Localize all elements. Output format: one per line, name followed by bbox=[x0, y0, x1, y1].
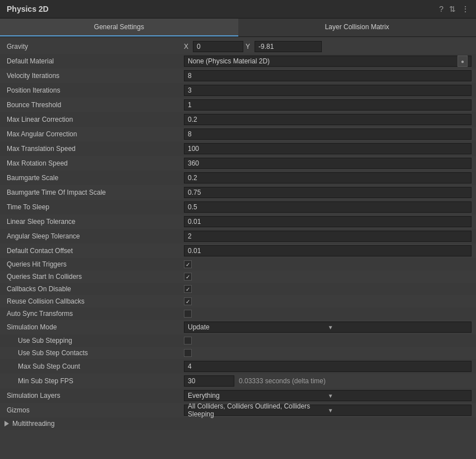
max-linear-correction-input[interactable] bbox=[184, 114, 472, 125]
gizmos-row: Gizmos All Colliders, Colliders Outlined… bbox=[0, 403, 476, 417]
baumgarte-toi-input[interactable] bbox=[184, 187, 472, 198]
auto-sync-transforms-label: Auto Sync Transforms bbox=[4, 310, 184, 318]
min-sub-step-fps-input[interactable] bbox=[184, 375, 234, 387]
velocity-iterations-row: Velocity Iterations bbox=[0, 68, 476, 83]
min-sub-step-fps-row: Min Sub Step FPS 0.03333 seconds (delta … bbox=[0, 374, 476, 388]
simulation-mode-value: Update bbox=[188, 323, 328, 331]
linear-sleep-tolerance-input[interactable] bbox=[184, 216, 472, 227]
max-rotation-speed-label: Max Rotation Speed bbox=[4, 159, 184, 167]
queries-start-in-colliders-checkbox[interactable] bbox=[184, 273, 192, 281]
default-contact-offset-row: Default Contact Offset bbox=[0, 244, 476, 258]
time-to-sleep-label: Time To Sleep bbox=[4, 203, 184, 211]
tab-layer-collision-matrix[interactable]: Layer Collision Matrix bbox=[238, 19, 477, 36]
time-to-sleep-row: Time To Sleep bbox=[0, 200, 476, 214]
max-translation-speed-input[interactable] bbox=[184, 143, 472, 154]
settings-icon[interactable]: ⇅ bbox=[449, 4, 456, 13]
more-icon[interactable]: ⋮ bbox=[461, 4, 469, 13]
linear-sleep-tolerance-label: Linear Sleep Tolerance bbox=[4, 218, 184, 226]
max-translation-speed-row: Max Translation Speed bbox=[0, 141, 476, 156]
gravity-x-input[interactable] bbox=[193, 41, 243, 52]
use-sub-stepping-row: Use Sub Stepping bbox=[0, 334, 476, 347]
default-material-row: Default Material None (Physics Material … bbox=[0, 54, 476, 68]
bounce-threshold-label: Bounce Threshold bbox=[4, 101, 184, 109]
max-linear-correction-label: Max Linear Correction bbox=[4, 116, 184, 123]
reuse-collision-callbacks-checkbox[interactable] bbox=[184, 297, 192, 305]
reuse-collision-callbacks-row: Reuse Collision Callbacks bbox=[0, 295, 476, 307]
fps-secondary-text: 0.03333 seconds (delta time) bbox=[239, 377, 326, 385]
queries-hit-triggers-row: Queries Hit Triggers bbox=[0, 258, 476, 270]
default-contact-offset-label: Default Contact Offset bbox=[4, 247, 184, 255]
default-contact-offset-input[interactable] bbox=[184, 245, 472, 256]
max-angular-correction-row: Max Angular Correction bbox=[0, 127, 476, 141]
callbacks-on-disable-label: Callbacks On Disable bbox=[4, 285, 184, 293]
max-sub-step-count-input[interactable] bbox=[184, 361, 472, 372]
queries-start-in-colliders-label: Queries Start In Colliders bbox=[4, 273, 184, 281]
settings-content: Gravity X Y Default Material None (Physi… bbox=[0, 37, 476, 432]
baumgarte-scale-row: Baumgarte Scale bbox=[0, 171, 476, 185]
callbacks-on-disable-checkbox[interactable] bbox=[184, 285, 192, 293]
position-iterations-row: Position Iterations bbox=[0, 83, 476, 98]
simulation-mode-dropdown[interactable]: Update ▼ bbox=[184, 322, 472, 333]
max-rotation-speed-input[interactable] bbox=[184, 158, 472, 169]
tab-general-settings[interactable]: General Settings bbox=[0, 19, 238, 36]
default-material-value: None (Physics Material 2D) bbox=[188, 57, 270, 65]
reuse-collision-callbacks-label: Reuse Collision Callbacks bbox=[4, 297, 184, 305]
gravity-y-input[interactable] bbox=[255, 41, 322, 52]
use-sub-step-contacts-label: Use Sub Step Contacts bbox=[4, 349, 184, 357]
baumgarte-scale-label: Baumgarte Scale bbox=[4, 174, 184, 182]
bounce-threshold-input[interactable] bbox=[184, 99, 472, 111]
max-translation-speed-label: Max Translation Speed bbox=[4, 145, 184, 153]
help-icon[interactable]: ? bbox=[439, 4, 443, 13]
multithreading-expand-icon[interactable] bbox=[4, 421, 9, 426]
linear-sleep-tolerance-row: Linear Sleep Tolerance bbox=[0, 214, 476, 229]
simulation-layers-value: Everything bbox=[188, 392, 328, 400]
max-angular-correction-label: Max Angular Correction bbox=[4, 130, 184, 138]
baumgarte-toi-label: Baumgarte Time Of Impact Scale bbox=[4, 189, 184, 196]
multithreading-label: Multithreading bbox=[12, 420, 54, 428]
callbacks-on-disable-row: Callbacks On Disable bbox=[0, 283, 476, 295]
max-rotation-speed-row: Max Rotation Speed bbox=[0, 156, 476, 171]
use-sub-step-contacts-row: Use Sub Step Contacts bbox=[0, 347, 476, 359]
gizmos-value: All Colliders, Colliders Outlined, Colli… bbox=[188, 402, 328, 418]
simulation-layers-label: Simulation Layers bbox=[4, 392, 184, 400]
title-bar: Physics 2D ? ⇅ ⋮ bbox=[0, 0, 476, 19]
auto-sync-transforms-checkbox[interactable] bbox=[184, 310, 192, 318]
angular-sleep-tolerance-label: Angular Sleep Tolerance bbox=[4, 232, 184, 240]
simulation-layers-dropdown[interactable]: Everything ▼ bbox=[184, 390, 472, 401]
gizmos-label: Gizmos bbox=[4, 406, 184, 414]
bounce-threshold-row: Bounce Threshold bbox=[0, 98, 476, 112]
gravity-row: Gravity X Y bbox=[0, 39, 476, 54]
simulation-mode-label: Simulation Mode bbox=[4, 323, 184, 331]
gravity-x-label: X bbox=[184, 43, 188, 51]
baumgarte-toi-row: Baumgarte Time Of Impact Scale bbox=[0, 185, 476, 200]
simulation-layers-row: Simulation Layers Everything ▼ bbox=[0, 388, 476, 403]
max-sub-step-count-label: Max Sub Step Count bbox=[4, 362, 184, 370]
min-sub-step-fps-label: Min Sub Step FPS bbox=[4, 377, 184, 385]
max-angular-correction-input[interactable] bbox=[184, 128, 472, 140]
queries-hit-triggers-label: Queries Hit Triggers bbox=[4, 260, 184, 268]
simulation-mode-row: Simulation Mode Update ▼ bbox=[0, 320, 476, 334]
angular-sleep-tolerance-row: Angular Sleep Tolerance bbox=[0, 229, 476, 244]
gravity-label: Gravity bbox=[4, 43, 184, 51]
velocity-iterations-input[interactable] bbox=[184, 70, 472, 81]
window-title: Physics 2D bbox=[7, 4, 49, 13]
gizmos-dropdown[interactable]: All Colliders, Colliders Outlined, Colli… bbox=[184, 405, 472, 416]
baumgarte-scale-input[interactable] bbox=[184, 172, 472, 183]
use-sub-stepping-checkbox[interactable] bbox=[184, 337, 192, 345]
material-picker-icon[interactable]: ● bbox=[457, 56, 468, 67]
position-iterations-input[interactable] bbox=[184, 85, 472, 96]
position-iterations-label: Position Iterations bbox=[4, 86, 184, 94]
max-sub-step-count-row: Max Sub Step Count bbox=[0, 359, 476, 374]
angular-sleep-tolerance-input[interactable] bbox=[184, 231, 472, 242]
gravity-y-label: Y bbox=[246, 43, 250, 51]
multithreading-row: Multithreading bbox=[0, 417, 476, 430]
queries-hit-triggers-checkbox[interactable] bbox=[184, 260, 192, 268]
time-to-sleep-input[interactable] bbox=[184, 201, 472, 213]
use-sub-step-contacts-checkbox[interactable] bbox=[184, 349, 192, 357]
default-material-label: Default Material bbox=[4, 57, 184, 65]
simulation-layers-arrow: ▼ bbox=[328, 393, 468, 399]
simulation-mode-arrow: ▼ bbox=[328, 324, 468, 331]
max-linear-correction-row: Max Linear Correction bbox=[0, 112, 476, 127]
use-sub-stepping-label: Use Sub Stepping bbox=[4, 337, 184, 345]
velocity-iterations-label: Velocity Iterations bbox=[4, 72, 184, 80]
